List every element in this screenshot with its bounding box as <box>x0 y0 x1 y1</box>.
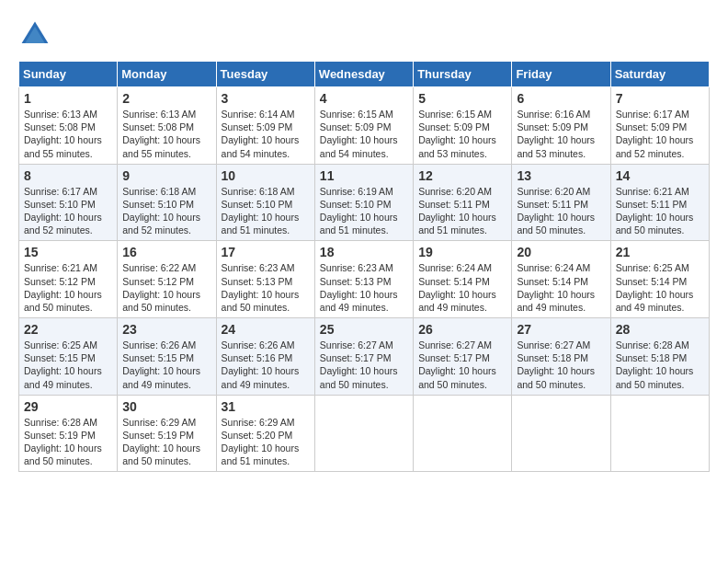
col-header-sunday: Sunday <box>19 62 118 87</box>
day-cell-23: 23Sunrise: 6:26 AMSunset: 5:15 PMDayligh… <box>118 318 216 396</box>
day-cell-7: 7Sunrise: 6:17 AMSunset: 5:09 PMDaylight… <box>610 87 709 165</box>
day-cell-2: 2Sunrise: 6:13 AMSunset: 5:08 PMDaylight… <box>118 87 216 165</box>
day-cell-28: 28Sunrise: 6:28 AMSunset: 5:18 PMDayligh… <box>610 318 709 396</box>
day-number: 21 <box>616 245 704 259</box>
day-info: Sunrise: 6:29 AMSunset: 5:19 PMDaylight:… <box>122 416 210 468</box>
day-number: 13 <box>517 168 605 183</box>
day-info: Sunrise: 6:16 AMSunset: 5:09 PMDaylight:… <box>517 108 605 160</box>
day-info: Sunrise: 6:17 AMSunset: 5:10 PMDaylight:… <box>24 185 112 237</box>
day-number: 29 <box>24 399 112 414</box>
day-number: 5 <box>418 91 506 106</box>
day-number: 12 <box>418 168 506 183</box>
logo-icon <box>18 18 51 52</box>
calendar-week-row: 15Sunrise: 6:21 AMSunset: 5:12 PMDayligh… <box>19 241 710 318</box>
day-cell-12: 12Sunrise: 6:20 AMSunset: 5:11 PMDayligh… <box>414 164 512 241</box>
day-cell-3: 3Sunrise: 6:14 AMSunset: 5:09 PMDaylight… <box>216 87 314 165</box>
calendar-week-row: 22Sunrise: 6:25 AMSunset: 5:15 PMDayligh… <box>19 318 710 396</box>
day-cell-11: 11Sunrise: 6:19 AMSunset: 5:10 PMDayligh… <box>314 164 413 241</box>
day-info: Sunrise: 6:27 AMSunset: 5:17 PMDaylight:… <box>418 339 506 391</box>
calendar-week-row: 8Sunrise: 6:17 AMSunset: 5:10 PMDaylight… <box>19 164 710 241</box>
col-header-wednesday: Wednesday <box>314 62 413 87</box>
day-info: Sunrise: 6:20 AMSunset: 5:11 PMDaylight:… <box>418 185 506 237</box>
day-info: Sunrise: 6:18 AMSunset: 5:10 PMDaylight:… <box>222 185 310 237</box>
day-info: Sunrise: 6:27 AMSunset: 5:17 PMDaylight:… <box>320 339 408 391</box>
day-info: Sunrise: 6:20 AMSunset: 5:11 PMDaylight:… <box>517 185 605 237</box>
day-cell-19: 19Sunrise: 6:24 AMSunset: 5:14 PMDayligh… <box>414 241 512 318</box>
col-header-thursday: Thursday <box>414 62 512 87</box>
day-info: Sunrise: 6:28 AMSunset: 5:19 PMDaylight:… <box>24 416 112 468</box>
day-number: 23 <box>122 322 210 337</box>
day-number: 18 <box>320 245 408 259</box>
day-cell-8: 8Sunrise: 6:17 AMSunset: 5:10 PMDaylight… <box>19 164 118 241</box>
day-cell-4: 4Sunrise: 6:15 AMSunset: 5:09 PMDaylight… <box>314 87 413 165</box>
day-info: Sunrise: 6:27 AMSunset: 5:18 PMDaylight:… <box>517 339 605 391</box>
day-number: 31 <box>222 399 310 414</box>
day-cell-17: 17Sunrise: 6:23 AMSunset: 5:13 PMDayligh… <box>216 241 314 318</box>
empty-day-cell <box>414 395 512 472</box>
day-cell-16: 16Sunrise: 6:22 AMSunset: 5:12 PMDayligh… <box>118 241 216 318</box>
day-cell-25: 25Sunrise: 6:27 AMSunset: 5:17 PMDayligh… <box>314 318 413 396</box>
day-number: 27 <box>517 322 605 337</box>
day-cell-14: 14Sunrise: 6:21 AMSunset: 5:11 PMDayligh… <box>610 164 709 241</box>
day-cell-20: 20Sunrise: 6:24 AMSunset: 5:14 PMDayligh… <box>512 241 610 318</box>
day-info: Sunrise: 6:24 AMSunset: 5:14 PMDaylight:… <box>517 261 605 314</box>
day-cell-1: 1Sunrise: 6:13 AMSunset: 5:08 PMDaylight… <box>19 87 118 165</box>
col-header-tuesday: Tuesday <box>216 62 314 87</box>
day-info: Sunrise: 6:28 AMSunset: 5:18 PMDaylight:… <box>616 339 704 391</box>
day-info: Sunrise: 6:23 AMSunset: 5:13 PMDaylight:… <box>222 261 310 314</box>
day-number: 20 <box>517 245 605 259</box>
day-number: 28 <box>616 322 704 337</box>
day-number: 1 <box>24 91 112 106</box>
day-number: 25 <box>320 322 408 337</box>
day-number: 11 <box>320 168 408 183</box>
empty-day-cell <box>610 395 709 472</box>
day-info: Sunrise: 6:22 AMSunset: 5:12 PMDaylight:… <box>122 261 210 314</box>
day-number: 10 <box>222 168 310 183</box>
day-cell-26: 26Sunrise: 6:27 AMSunset: 5:17 PMDayligh… <box>414 318 512 396</box>
day-info: Sunrise: 6:21 AMSunset: 5:12 PMDaylight:… <box>24 261 112 314</box>
day-cell-27: 27Sunrise: 6:27 AMSunset: 5:18 PMDayligh… <box>512 318 610 396</box>
page-header <box>18 18 710 52</box>
col-header-friday: Friday <box>512 62 610 87</box>
day-info: Sunrise: 6:15 AMSunset: 5:09 PMDaylight:… <box>320 108 408 160</box>
day-number: 7 <box>616 91 704 106</box>
day-number: 17 <box>222 245 310 259</box>
day-number: 6 <box>517 91 605 106</box>
day-info: Sunrise: 6:29 AMSunset: 5:20 PMDaylight:… <box>222 416 310 468</box>
calendar-header-row: SundayMondayTuesdayWednesdayThursdayFrid… <box>19 62 710 87</box>
day-info: Sunrise: 6:13 AMSunset: 5:08 PMDaylight:… <box>24 108 112 160</box>
day-info: Sunrise: 6:14 AMSunset: 5:09 PMDaylight:… <box>222 108 310 160</box>
day-number: 26 <box>418 322 506 337</box>
day-number: 22 <box>24 322 112 337</box>
day-number: 3 <box>222 91 310 106</box>
day-number: 8 <box>24 168 112 183</box>
day-number: 9 <box>122 168 210 183</box>
day-number: 19 <box>418 245 506 259</box>
logo <box>18 18 57 52</box>
day-number: 4 <box>320 91 408 106</box>
day-cell-9: 9Sunrise: 6:18 AMSunset: 5:10 PMDaylight… <box>118 164 216 241</box>
day-info: Sunrise: 6:26 AMSunset: 5:15 PMDaylight:… <box>122 339 210 391</box>
day-cell-24: 24Sunrise: 6:26 AMSunset: 5:16 PMDayligh… <box>216 318 314 396</box>
day-info: Sunrise: 6:17 AMSunset: 5:09 PMDaylight:… <box>616 108 704 160</box>
empty-day-cell <box>314 395 413 472</box>
calendar-week-row: 1Sunrise: 6:13 AMSunset: 5:08 PMDaylight… <box>19 87 710 165</box>
day-info: Sunrise: 6:25 AMSunset: 5:14 PMDaylight:… <box>616 261 704 314</box>
day-cell-22: 22Sunrise: 6:25 AMSunset: 5:15 PMDayligh… <box>19 318 118 396</box>
day-cell-15: 15Sunrise: 6:21 AMSunset: 5:12 PMDayligh… <box>19 241 118 318</box>
col-header-monday: Monday <box>118 62 216 87</box>
day-cell-30: 30Sunrise: 6:29 AMSunset: 5:19 PMDayligh… <box>118 395 216 472</box>
day-cell-10: 10Sunrise: 6:18 AMSunset: 5:10 PMDayligh… <box>216 164 314 241</box>
day-cell-13: 13Sunrise: 6:20 AMSunset: 5:11 PMDayligh… <box>512 164 610 241</box>
day-cell-18: 18Sunrise: 6:23 AMSunset: 5:13 PMDayligh… <box>314 241 413 318</box>
day-number: 24 <box>222 322 310 337</box>
calendar-table: SundayMondayTuesdayWednesdayThursdayFrid… <box>18 61 710 472</box>
day-cell-29: 29Sunrise: 6:28 AMSunset: 5:19 PMDayligh… <box>19 395 118 472</box>
day-cell-5: 5Sunrise: 6:15 AMSunset: 5:09 PMDaylight… <box>414 87 512 165</box>
day-info: Sunrise: 6:18 AMSunset: 5:10 PMDaylight:… <box>122 185 210 237</box>
day-cell-21: 21Sunrise: 6:25 AMSunset: 5:14 PMDayligh… <box>610 241 709 318</box>
col-header-saturday: Saturday <box>610 62 709 87</box>
day-info: Sunrise: 6:19 AMSunset: 5:10 PMDaylight:… <box>320 185 408 237</box>
day-info: Sunrise: 6:13 AMSunset: 5:08 PMDaylight:… <box>122 108 210 160</box>
day-number: 30 <box>122 399 210 414</box>
